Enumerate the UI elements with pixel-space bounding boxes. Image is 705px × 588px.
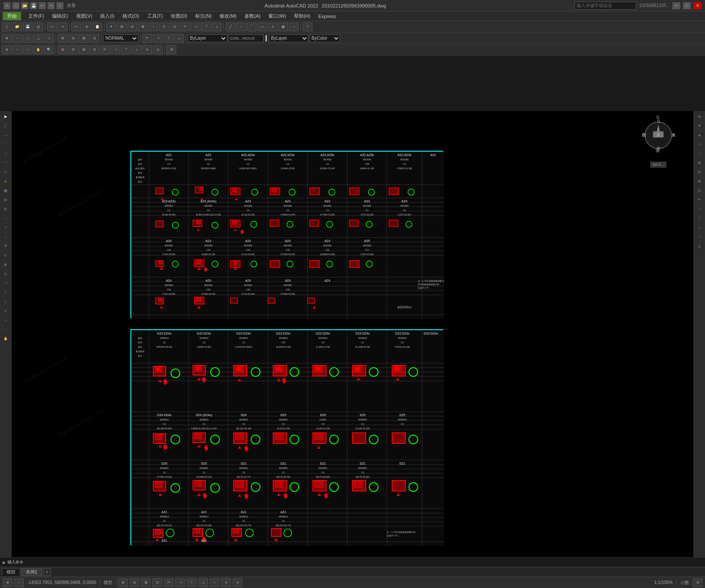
lt-zoom-out[interactable]: − [1, 325, 11, 334]
rt-3[interactable]: ▲ [695, 130, 705, 139]
rt-6[interactable]: ⊟ [695, 167, 705, 176]
sb-polar[interactable]: ⊡ [152, 578, 162, 587]
lt-pan[interactable]: ✋ [1, 334, 11, 343]
tb2-color[interactable]: ⊣ [153, 34, 163, 43]
tb-rect[interactable]: ▭ [257, 22, 267, 31]
tb2-1[interactable]: ⊕ [2, 34, 11, 43]
menu-tools[interactable]: 工具(T) [144, 12, 167, 20]
tb-circle[interactable]: ○ [236, 22, 246, 31]
sb-sel[interactable]: ○ [210, 578, 219, 587]
tb-dim[interactable]: ↔ [289, 22, 299, 31]
sb-lweight[interactable]: ⊤ [187, 578, 197, 587]
tb-rotate[interactable]: ↻ [159, 22, 169, 31]
close-button[interactable]: ✕ [694, 2, 701, 9]
tb3-zoom[interactable]: 🔍 [44, 45, 54, 54]
new-icon[interactable]: ◻ [12, 2, 19, 9]
rt-12[interactable]: ⊥ [695, 223, 705, 232]
lt-select[interactable]: ▶ [1, 112, 11, 121]
lt-dim[interactable]: ↔ [1, 214, 11, 223]
tb3-pan[interactable]: ✋ [33, 45, 43, 54]
lt-hatch[interactable]: ▦ [1, 186, 11, 195]
lt-circle[interactable]: ○ [1, 149, 11, 158]
tb2-4[interactable]: △ [33, 34, 43, 43]
tb-stretch[interactable]: ⊢ [180, 22, 190, 31]
tb3-3[interactable]: □ [23, 45, 33, 54]
lt-text[interactable]: A [1, 177, 11, 186]
rt-1[interactable]: ⊕ [695, 112, 705, 121]
rt-14[interactable]: ∠ [695, 242, 705, 250]
tab-layout1[interactable]: 布局1 [21, 568, 42, 576]
command-input[interactable] [26, 560, 702, 565]
menu-edit[interactable]: 编辑(E) [48, 12, 72, 20]
sb-trans[interactable]: ⊥ [198, 578, 208, 587]
sb-annot[interactable]: A [221, 578, 231, 587]
tb-line[interactable]: ╱ [226, 22, 235, 31]
rt-8[interactable]: ⊡ [695, 186, 705, 195]
lt-insert[interactable]: ⊟ [1, 205, 11, 213]
tb3-2[interactable]: ○ [12, 45, 22, 54]
tb-help[interactable]: ? [303, 22, 312, 31]
rt-13[interactable]: ○ [695, 232, 705, 241]
tb-new[interactable]: ◻ [2, 22, 11, 31]
tb3-snap[interactable]: ⊠ [79, 45, 89, 54]
lt-mirror[interactable]: ⊠ [1, 260, 11, 269]
sb-dynin[interactable]: ⊣ [175, 578, 185, 587]
lt-line[interactable]: — [1, 130, 11, 139]
lt-draw[interactable]: ╱ [1, 121, 11, 130]
save-icon[interactable]: 💾 [30, 2, 37, 9]
tb-extend[interactable]: ⊤ [201, 22, 211, 31]
redo-icon[interactable]: ↪ [48, 2, 55, 9]
tb-save[interactable]: 💾 [23, 22, 33, 31]
start-button[interactable]: 开始 [3, 12, 21, 20]
menu-view[interactable]: 视图(V) [73, 12, 96, 20]
menu-insert[interactable]: 插入(I) [96, 12, 118, 20]
lt-rotate[interactable]: ↻ [1, 251, 11, 260]
sb-grid[interactable]: ⊞ [118, 578, 128, 587]
lt-trim[interactable]: ⊣ [1, 279, 11, 287]
lt-zoom-in[interactable]: + [1, 316, 11, 324]
tb-trim[interactable]: ⊣ [191, 22, 200, 31]
lt-erase[interactable]: ✕ [1, 306, 11, 315]
menu-draw[interactable]: 绘图(D) [167, 12, 191, 20]
lt-fillet[interactable]: ⊥ [1, 297, 11, 306]
tb3-sel[interactable]: ⊥ [132, 45, 141, 54]
lt-pline[interactable]: ⌒ [1, 140, 11, 149]
lt-rect[interactable]: ▭ [1, 167, 11, 176]
menu-express[interactable]: Express [315, 13, 339, 20]
tb3-osnap[interactable]: ⊡ [89, 45, 99, 54]
sb-osnap[interactable]: ⊢ [164, 578, 174, 587]
share-icon[interactable]: ⇪ [56, 2, 63, 9]
lt-arc[interactable]: ◠ [1, 158, 11, 167]
tb-redo[interactable]: ↪ [58, 22, 67, 31]
tb2-polar[interactable]: ⊠ [79, 34, 89, 43]
menu-file[interactable]: 文件(F) [25, 12, 48, 20]
tb-explode[interactable]: ⊞ [117, 22, 126, 31]
tb3-isolate[interactable]: ◎ [153, 45, 163, 54]
wcs-button[interactable]: WCS... [650, 162, 666, 167]
open-icon[interactable]: 📂 [21, 2, 28, 9]
undo-icon[interactable]: ↩ [39, 2, 46, 9]
tb-undo[interactable]: ↩ [47, 22, 57, 31]
app-icon[interactable]: A [4, 2, 11, 9]
menu-param[interactable]: 参数(A) [241, 12, 264, 20]
tb3-1[interactable]: ⊕ [2, 45, 11, 54]
search-input[interactable] [575, 2, 636, 10]
tb-hatch[interactable]: ▦ [278, 22, 288, 31]
tb3-polar[interactable]: ⊟ [68, 45, 78, 54]
tb-arc[interactable]: ⌒ [247, 22, 256, 31]
tb3-annot[interactable]: A [142, 45, 152, 54]
rt-2[interactable]: ▼ [695, 121, 705, 130]
sb-ortho[interactable]: ⊠ [141, 578, 151, 587]
tb-text[interactable]: A [268, 22, 278, 31]
lt-scale[interactable]: ⊡ [1, 269, 11, 278]
tb3-lweight[interactable]: ⊣ [111, 45, 120, 54]
bylayer-select2[interactable]: ByLayer [269, 34, 308, 42]
maximize-button[interactable]: □ [683, 2, 691, 9]
sb-isolate[interactable]: ◎ [233, 578, 242, 587]
tb2-ltype[interactable]: ⊤ [163, 34, 173, 43]
lt-extend[interactable]: ⊤ [1, 288, 11, 297]
tab-model[interactable]: 模型 [2, 568, 20, 576]
sb-snap[interactable]: ⊟ [130, 578, 139, 587]
tb2-3[interactable]: □ [23, 34, 33, 43]
bylayer-select[interactable]: ByLayer [188, 34, 227, 42]
